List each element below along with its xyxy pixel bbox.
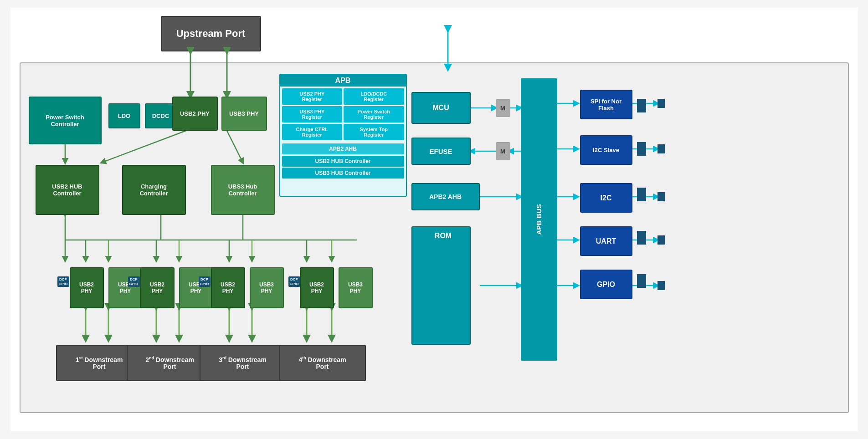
uart-block: UART xyxy=(580,226,632,256)
ubs3-hub-controller-block: UBS3 Hub Controller xyxy=(211,165,275,215)
spi-block: SPI for Nor Flash xyxy=(580,90,632,119)
m-box-2: M xyxy=(496,142,510,160)
downstream-port-4: 4th DownstreamPort xyxy=(279,345,366,381)
dcp-badge-1: DCPGPIO xyxy=(57,276,69,287)
apb2-ahb-right-block: APB2 AHB xyxy=(411,183,480,210)
rom-block: ROM xyxy=(411,226,471,345)
apb-title: APB xyxy=(280,75,406,87)
charging-controller-block: Charging Controller xyxy=(122,165,186,215)
power-switch-controller-block: Power Switch Controller xyxy=(29,97,102,144)
downstream-port-3: 3rd DownstreamPort xyxy=(200,345,286,381)
spi-external-connector xyxy=(637,99,646,112)
apb-grid: USB2 PHYRegister LDO/DCDCRegister USB3 P… xyxy=(280,87,406,142)
apb-cell-1: LDO/DCDCRegister xyxy=(344,88,404,105)
uart-external-connector xyxy=(637,231,646,245)
mcu-block: MCU xyxy=(411,92,471,124)
dcp-badge-4: DCPGPIO xyxy=(288,276,300,287)
dcp-badge-2: DCPGPIO xyxy=(128,276,140,287)
upstream-port-block: Upstream Port xyxy=(161,16,261,51)
apb-ahb: APB2 AHB xyxy=(282,143,404,154)
apb-bus-label: APB BUS xyxy=(535,204,543,235)
apb-cell-4: Charge CTRLRegister xyxy=(282,124,343,140)
i2c-slave-block: I2C Slave xyxy=(580,135,632,165)
apb-bus-bar: APB BUS xyxy=(521,78,557,361)
port4-usb3-phy: USB3PHY xyxy=(339,267,373,308)
port1-usb3-phy: USB3PHY xyxy=(108,267,143,308)
port4-usb2-phy: USB2PHY xyxy=(300,267,334,308)
port3-usb3-phy: USB3PHY xyxy=(250,267,284,308)
apb-cell-3: Power SwitchRegister xyxy=(344,106,404,123)
i2c-external-connector xyxy=(637,188,646,201)
apb-usb3: USB3 HUB Controller xyxy=(282,168,404,179)
port1-usb2-phy: USB2PHY xyxy=(70,267,104,308)
port2-usb3-phy: USB3PHY xyxy=(179,267,213,308)
dcp-badge-3: DCPGPIO xyxy=(199,276,211,287)
apb-usb2: USB2 HUB Controller xyxy=(282,156,404,167)
usb2-hub-controller-block: USB2 HUB Controller xyxy=(36,165,99,215)
efuse-block: EFUSE xyxy=(411,138,471,165)
port2-usb2-phy: USB2PHY xyxy=(140,267,175,308)
apb-cell-0: USB2 PHYRegister xyxy=(282,88,343,105)
i2c-block: I2C xyxy=(580,183,632,213)
gpio-block: GPIO xyxy=(580,270,632,299)
ldo-block: LDO xyxy=(108,103,140,128)
apb-box: APB USB2 PHYRegister LDO/DCDCRegister US… xyxy=(279,74,407,197)
usb3-phy-top-block: USB3 PHY xyxy=(221,97,267,131)
m-box-1: M xyxy=(496,99,510,117)
apb-cell-5: System TopRegister xyxy=(344,124,404,140)
port3-usb2-phy: USB2PHY xyxy=(211,267,245,308)
i2c-slave-external-connector xyxy=(637,142,646,156)
diagram-container: Upstream Port xyxy=(10,8,858,431)
apb-cell-2: USB3 PHYRegister xyxy=(282,106,343,123)
gpio-external-connector xyxy=(637,274,646,288)
usb2-phy-top-block: USB2 PHY xyxy=(172,97,218,131)
